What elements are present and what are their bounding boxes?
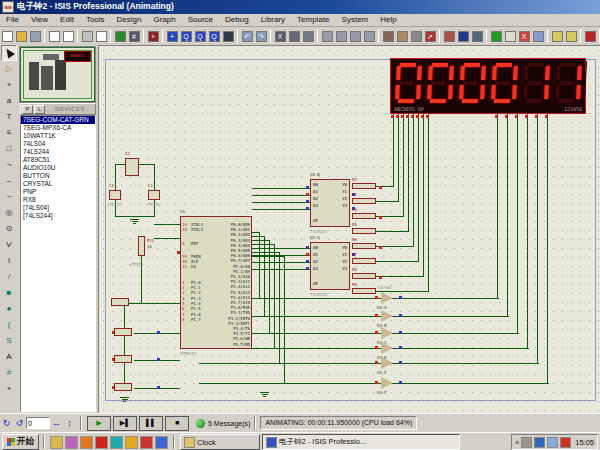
device-list-item[interactable]: 74LS04 [21,140,95,148]
property-assignment-button[interactable] [471,28,484,44]
netlist-to-ares-button[interactable] [584,28,597,44]
device-list-item[interactable]: AT89C51 [21,156,95,164]
save-design-button[interactable] [29,28,42,44]
message-info-icon[interactable] [196,419,205,428]
new-file-button[interactable] [1,28,14,44]
graphics-box-icon[interactable]: ■ [1,285,17,301]
packaging-tool-button[interactable] [410,28,423,44]
step-button[interactable]: ▶▌ [113,416,137,431]
undo-button[interactable]: ↶ [241,28,254,44]
rotate-cw-icon[interactable]: ↻ [0,417,13,430]
mcu-at89c51[interactable]: 19XTAL118XTAL29RST29PSEN30ALE31EA1P1.02P… [180,216,252,349]
block-delete-button[interactable] [363,28,376,44]
design-explorer-button[interactable] [490,28,503,44]
tray-icon-4[interactable] [560,437,571,448]
taskbar-item-isis[interactable]: 电子钟2 - ISIS Professio... [262,434,460,450]
quick-launch-icon-7[interactable] [140,436,153,449]
pause-button[interactable]: ▌▌ [139,416,163,431]
goto-sheet-button[interactable] [532,28,545,44]
bill-of-materials-button[interactable] [551,28,564,44]
quick-launch-icon-8[interactable] [155,436,168,449]
generator-mode-icon[interactable]: ⊙ [1,221,17,237]
quick-launch-icon-2[interactable] [65,436,78,449]
resistor[interactable] [352,243,376,249]
menu-item-library[interactable]: Library [255,14,291,26]
wire-label-icon[interactable]: a [1,93,17,109]
menu-item-graph[interactable]: Graph [147,14,181,26]
zoom-out-button[interactable]: Q [194,28,207,44]
toggle-grid-button[interactable]: # [128,28,141,44]
menu-item-file[interactable]: File [0,14,25,26]
wire-autorouter-button[interactable] [443,28,456,44]
open-design-button[interactable] [15,28,28,44]
capacitor[interactable] [109,190,121,200]
component-mode-icon[interactable]: ▷ [1,61,17,77]
false-origin-button[interactable]: + [147,28,160,44]
block-rotate-button[interactable] [349,28,362,44]
print-button[interactable] [81,28,94,44]
play-button[interactable]: ▶ [87,416,111,431]
graphics-path-icon[interactable]: S [1,333,17,349]
mirror-horizontal-icon[interactable]: ↔ [50,417,63,430]
menu-item-design[interactable]: Design [111,14,148,26]
rotation-angle-input[interactable] [26,417,50,429]
redraw-button[interactable] [114,28,127,44]
simulation-graph-icon[interactable]: ~ [1,189,17,205]
resistor[interactable] [352,213,376,219]
selection-pointer-icon[interactable] [1,45,17,61]
graphics-text-icon[interactable]: A [1,349,17,365]
block-copy-button[interactable] [321,28,334,44]
quick-launch-icon-6[interactable] [125,436,138,449]
junction-dot-icon[interactable]: + [1,77,17,93]
device-list-item[interactable]: RX8 [21,196,95,204]
quick-launch-icon-4[interactable] [95,436,108,449]
device-list-item[interactable]: PNP [21,188,95,196]
device-list-item[interactable]: 10WATT1K [21,132,95,140]
device-list-item[interactable]: [74LS244] [21,212,95,220]
tape-recorder-icon[interactable]: ◎ [1,205,17,221]
seven-seg-display[interactable]: ABCDEFG DP123456 [390,58,586,114]
menu-item-view[interactable]: View [25,14,54,26]
tray-icon-2[interactable] [534,437,545,448]
copy-button[interactable] [288,28,301,44]
zoom-in-button[interactable]: Q [180,28,193,44]
tray-chevron-icon[interactable]: « [515,439,519,446]
menu-item-system[interactable]: System [336,14,375,26]
device-list-item[interactable]: 74LS244 [21,148,95,156]
crystal[interactable] [125,158,139,176]
resistor[interactable] [352,198,376,204]
search-tag-button[interactable] [457,28,470,44]
device-list-item[interactable]: 7SEG-COM-CAT-GRN [21,116,95,124]
terminal-mode-icon[interactable]: ¬ [1,157,17,173]
menu-item-source[interactable]: Source [182,14,219,26]
make-device-button[interactable] [396,28,409,44]
resistor[interactable] [352,258,376,264]
stop-button[interactable]: ■ [165,416,189,431]
redo-button[interactable]: ↷ [255,28,268,44]
mirror-vertical-icon[interactable]: ↕ [63,417,76,430]
markers-icon[interactable]: + [1,381,17,397]
device-list-item[interactable]: [74LS04] [21,204,95,212]
bus-mode-icon[interactable]: ≡ [1,125,17,141]
menu-item-tools[interactable]: Tools [80,14,111,26]
buffer-74ls244[interactable]: A0A1A2A3OEY0Y1Y2Y3 [310,242,350,290]
message-count[interactable]: 5 Message(s) [208,420,250,427]
subcircuit-mode-icon[interactable]: □ [1,141,17,157]
resistor[interactable] [352,273,376,279]
electrical-check-button[interactable] [565,28,578,44]
taskbar-item-clock-folder[interactable]: Clock [180,434,260,450]
block-move-button[interactable] [335,28,348,44]
device-pin-icon[interactable]: – [1,173,17,189]
push-button[interactable] [114,328,132,336]
reset-resistor[interactable] [138,236,145,256]
pan-button[interactable]: + [166,28,179,44]
quick-launch-icon-3[interactable] [80,436,93,449]
menu-item-template[interactable]: Template [291,14,335,26]
menu-item-edit[interactable]: Edit [54,14,80,26]
resistor[interactable] [352,183,376,189]
graphics-arc-icon[interactable]: ( [1,317,17,333]
device-list-item[interactable]: 7SEG-MPX6-CA [21,124,95,132]
overview-minimap[interactable]: 000011 [20,47,95,102]
pick-device-button[interactable] [382,28,395,44]
push-button[interactable] [114,355,132,363]
